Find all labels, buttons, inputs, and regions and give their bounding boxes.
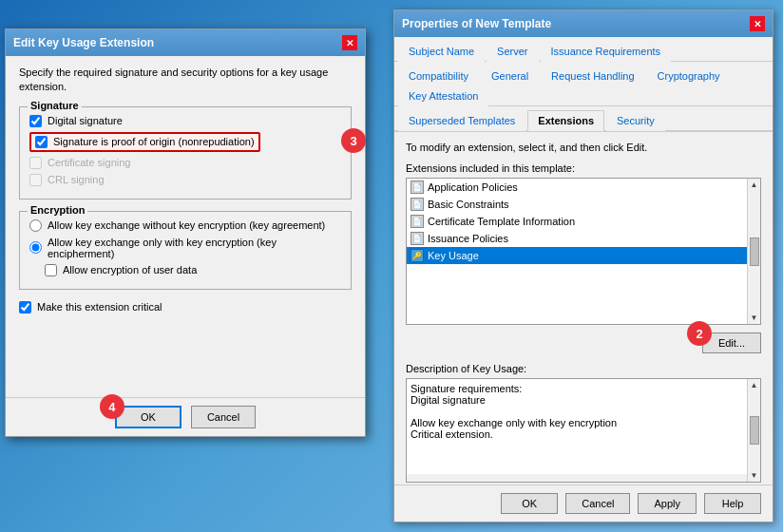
- ext-icon-issuance-policies: 📄: [411, 232, 424, 245]
- properties-footer: OK Cancel Apply Help: [394, 484, 773, 522]
- properties-ok-button[interactable]: OK: [501, 493, 558, 514]
- digital-sig-item: Digital signature: [29, 115, 341, 127]
- key-agreement-radio[interactable]: [29, 219, 42, 232]
- extensions-tab-content: To modify an extension, select it, and t…: [394, 132, 773, 532]
- nonrepudiation-label: Signature is proof of origin (nonrepudia…: [53, 136, 255, 147]
- ext-item-key-usage[interactable]: 🔑 Key Usage: [407, 247, 747, 264]
- user-data-encrypt-item: Allow encryption of user data: [45, 264, 341, 276]
- signature-group: Signature Digital signature Signature is…: [19, 106, 352, 200]
- cert-signing-item: Certificate signing: [29, 157, 341, 169]
- dialog-titlebar: Edit Key Usage Extension ✕: [6, 29, 365, 56]
- extensions-list[interactable]: 📄 Application Policies 📄 Basic Constrain…: [407, 179, 747, 324]
- edit-btn-row: Edit... 2: [406, 332, 761, 353]
- tab-request-handling[interactable]: Request Handling: [541, 66, 644, 86]
- tab-superseded[interactable]: Superseded Templates: [398, 110, 525, 131]
- tab-extensions[interactable]: Extensions: [527, 110, 604, 131]
- crl-signing-checkbox[interactable]: [29, 174, 42, 186]
- tab-server[interactable]: Server: [487, 41, 538, 62]
- ok-btn-wrapper: 4 OK: [115, 406, 181, 428]
- dialog-content: Specify the required signature and secur…: [6, 56, 365, 323]
- make-critical-row: Make this extension critical: [19, 301, 352, 314]
- badge-4: 4: [100, 394, 124, 419]
- desc-scroll-thumb[interactable]: [750, 416, 759, 445]
- extensions-scrollbar[interactable]: ▲ ▼: [747, 179, 760, 324]
- desc-scroll-up[interactable]: ▲: [751, 381, 758, 390]
- properties-titlebar: Properties of New Template ✕: [394, 10, 773, 37]
- digital-sig-checkbox[interactable]: [29, 115, 42, 127]
- make-critical-checkbox[interactable]: [19, 301, 31, 314]
- crl-signing-label: CRL signing: [48, 174, 105, 185]
- desktop: Properties of New Template ✕ Subject Nam…: [0, 0, 783, 532]
- desc-line4: Critical extension.: [411, 428, 743, 440]
- nonrepudiation-highlight: Signature is proof of origin (nonrepudia…: [29, 132, 260, 152]
- desc-scroll-down[interactable]: ▼: [751, 471, 758, 480]
- properties-apply-button[interactable]: Apply: [638, 493, 697, 514]
- key-agreement-item: Allow key exchange without key encryptio…: [29, 219, 341, 232]
- nonrepudiation-checkbox[interactable]: [35, 136, 48, 148]
- encryption-group-label: Encryption: [28, 204, 87, 216]
- properties-window: Properties of New Template ✕ Subject Nam…: [393, 10, 773, 522]
- user-data-encrypt-label: Allow encryption of user data: [63, 264, 197, 276]
- make-critical-label: Make this extension critical: [37, 301, 162, 313]
- tab-security[interactable]: Security: [606, 110, 665, 131]
- nonrepudiation-item: Signature is proof of origin (nonrepudia…: [29, 132, 341, 152]
- tab-compatibility[interactable]: Compatibility: [398, 66, 479, 86]
- ext-icon-app-policies: 📄: [411, 180, 424, 194]
- ext-icon-basic-constraints: 📄: [411, 198, 424, 211]
- key-agreement-label: Allow key exchange without key encryptio…: [48, 219, 325, 231]
- crl-signing-item: CRL signing: [29, 174, 341, 186]
- dialog-footer: 4 OK Cancel: [6, 397, 365, 436]
- tab-cryptography[interactable]: Cryptography: [647, 66, 731, 86]
- badge-3: 3: [341, 128, 366, 153]
- desc-line1: Signature requirements:: [411, 383, 743, 394]
- scroll-up-arrow[interactable]: ▲: [751, 180, 758, 189]
- ext-item-app-policies[interactable]: 📄 Application Policies: [407, 179, 747, 196]
- edit-key-usage-dialog: Edit Key Usage Extension ✕ Specify the r…: [5, 28, 366, 437]
- description-box: Signature requirements: Digital signatur…: [407, 379, 747, 474]
- desc-line3: Allow key exchange only with key encrypt…: [411, 417, 743, 428]
- tabs-row-3: Superseded Templates Extensions Security: [394, 106, 773, 132]
- extensions-list-container: 📄 Application Policies 📄 Basic Constrain…: [406, 178, 761, 325]
- properties-title: Properties of New Template: [402, 17, 551, 30]
- digital-sig-label: Digital signature: [48, 115, 123, 126]
- tabs-row-2: Compatibility General Request Handling C…: [394, 62, 773, 106]
- scroll-thumb[interactable]: [750, 238, 759, 266]
- extensions-list-label: Extensions included in this template:: [406, 162, 761, 174]
- cert-signing-label: Certificate signing: [48, 157, 130, 168]
- key-encipherment-radio[interactable]: [29, 241, 42, 254]
- scroll-down-arrow[interactable]: ▼: [751, 314, 758, 322]
- ext-icon-key-usage: 🔑: [411, 249, 424, 262]
- ext-item-cert-template-info[interactable]: 📄 Certificate Template Information: [407, 213, 747, 230]
- ext-icon-cert-template-info: 📄: [411, 215, 424, 228]
- properties-cancel-button[interactable]: Cancel: [565, 493, 630, 514]
- dialog-cancel-button[interactable]: Cancel: [191, 406, 256, 428]
- dialog-close-button[interactable]: ✕: [342, 35, 357, 50]
- user-data-encrypt-checkbox[interactable]: [45, 264, 57, 276]
- ext-item-issuance-policies[interactable]: 📄 Issuance Policies: [407, 230, 747, 247]
- ext-item-basic-constraints[interactable]: 📄 Basic Constraints: [407, 196, 747, 213]
- dialog-description: Specify the required signature and secur…: [19, 66, 352, 95]
- instruction-text: To modify an extension, select it, and t…: [406, 142, 761, 153]
- description-container: Signature requirements: Digital signatur…: [406, 378, 761, 483]
- properties-close-button[interactable]: ✕: [750, 16, 765, 31]
- key-encipherment-item: Allow key exchange only with key encrypt…: [29, 237, 341, 259]
- description-label: Description of Key Usage:: [406, 363, 761, 374]
- tabs-row-1: Subject Name Server Issuance Requirement…: [394, 37, 773, 62]
- desc-line2: Digital signature: [411, 394, 743, 406]
- tab-key-attestation[interactable]: Key Attestation: [398, 86, 488, 106]
- signature-group-label: Signature: [28, 100, 82, 111]
- tab-subject-name[interactable]: Subject Name: [398, 41, 485, 62]
- dialog-ok-button[interactable]: OK: [115, 406, 181, 428]
- properties-help-button[interactable]: Help: [704, 493, 761, 514]
- tab-general[interactable]: General: [481, 66, 539, 86]
- tab-issuance-req[interactable]: Issuance Requirements: [541, 41, 672, 62]
- cert-signing-checkbox[interactable]: [29, 157, 42, 169]
- badge-2: 2: [687, 321, 712, 346]
- key-encipherment-label: Allow key exchange only with key encrypt…: [48, 237, 341, 259]
- encryption-group: Encryption Allow key exchange without ke…: [19, 211, 352, 290]
- dialog-title: Edit Key Usage Extension: [13, 36, 154, 49]
- description-scrollbar[interactable]: ▲ ▼: [747, 379, 760, 482]
